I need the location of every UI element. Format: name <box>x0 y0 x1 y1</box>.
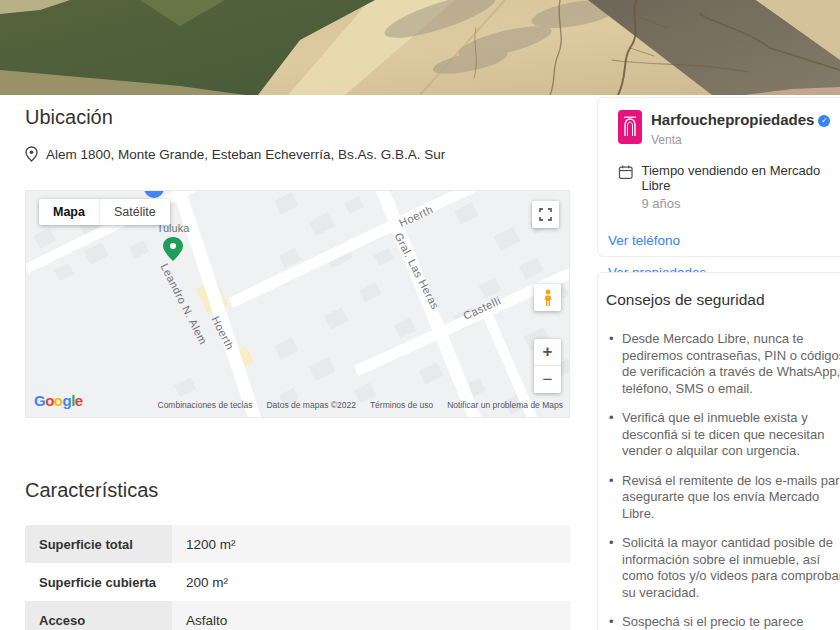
pegman-icon <box>542 289 554 307</box>
map-fullscreen-button[interactable] <box>532 201 559 228</box>
safety-tip: Desde Mercado Libre, nunca te pediremos … <box>606 331 840 397</box>
verified-badge-icon: ✓ <box>818 115 830 127</box>
google-map[interactable]: Tuluka Leandro N. Alem Hoerth Gral. Las … <box>25 190 570 418</box>
keyboard-shortcuts-link[interactable]: Combinaciones de teclas <box>158 400 253 410</box>
fullscreen-icon <box>539 208 552 221</box>
table-row: Superficie total 1200 m² <box>25 525 570 563</box>
seller-header: Harfouchepropiedades✓ Venta <box>618 110 840 147</box>
seller-logo-icon <box>623 116 637 138</box>
features-table: Superficie total 1200 m² Superficie cubi… <box>25 525 570 630</box>
map-type-satellite-button[interactable]: Satélite <box>99 199 170 225</box>
feature-value: 1200 m² <box>172 525 570 563</box>
property-photo[interactable] <box>0 0 840 95</box>
map-tiles <box>26 191 570 418</box>
property-listing-page: Ubicación Alem 1800, Monte Grande, Esteb… <box>0 0 840 630</box>
street-view-pegman-button[interactable] <box>534 284 561 311</box>
feature-value: Asfalto <box>172 601 570 630</box>
map-attribution: Combinaciones de teclas Datos de mapas ©… <box>158 400 564 410</box>
zoom-in-button[interactable]: + <box>534 339 561 366</box>
safety-tip: Sospechá si el precio te parece demasiad… <box>606 614 840 630</box>
map-type-map-button[interactable]: Mapa <box>39 199 99 225</box>
seller-name[interactable]: Harfouchepropiedades <box>651 111 814 128</box>
report-problem-link[interactable]: Notificar un problema de Maps <box>447 400 563 410</box>
selling-time-value: 9 años <box>641 196 840 211</box>
selling-time-row: Tiempo vendiendo en Mercado Libre 9 años <box>618 163 840 211</box>
map-data-label: Datos de mapas ©2022 <box>266 400 355 410</box>
location-pin-icon <box>25 146 38 162</box>
sidewalk-photo-illustration <box>0 0 840 95</box>
safety-tips-title: Consejos de seguridad <box>606 291 840 309</box>
seller-card: Harfouchepropiedades✓ Venta Tiempo vendi… <box>597 97 840 257</box>
seller-logo <box>618 110 642 144</box>
zoom-out-button[interactable]: − <box>534 366 561 393</box>
see-phone-link[interactable]: Ver teléfono <box>608 233 840 248</box>
selling-time-label: Tiempo vendiendo en Mercado Libre <box>641 163 840 193</box>
map-zoom-control: + − <box>534 339 561 393</box>
location-section-title: Ubicación <box>25 106 113 129</box>
seller-operation-type: Venta <box>651 133 830 147</box>
google-logo[interactable]: Google <box>34 392 83 409</box>
feature-label: Acceso <box>25 601 172 630</box>
address-row: Alem 1800, Monte Grande, Esteban Echever… <box>25 146 445 162</box>
property-address: Alem 1800, Monte Grande, Esteban Echever… <box>46 147 445 162</box>
feature-label: Superficie cubierta <box>25 563 172 601</box>
safety-tips-list: Desde Mercado Libre, nunca te pediremos … <box>606 331 840 630</box>
safety-tips-card: Consejos de seguridad Desde Mercado Libr… <box>597 272 840 630</box>
safety-tip: Verificá que el inmueble exista y descon… <box>606 410 840 460</box>
map-type-control: Mapa Satélite <box>39 199 170 225</box>
calendar-icon <box>618 164 633 180</box>
feature-label: Superficie total <box>25 525 172 563</box>
features-section-title: Características <box>25 479 158 502</box>
safety-tip: Solicitá la mayor cantidad posible de in… <box>606 535 840 601</box>
table-row: Superficie cubierta 200 m² <box>25 563 570 601</box>
terms-link[interactable]: Términos de uso <box>370 400 433 410</box>
safety-tip: Revisá el remitente de los e-mails para … <box>606 473 840 523</box>
feature-value: 200 m² <box>172 563 570 601</box>
table-row: Acceso Asfalto <box>25 601 570 630</box>
